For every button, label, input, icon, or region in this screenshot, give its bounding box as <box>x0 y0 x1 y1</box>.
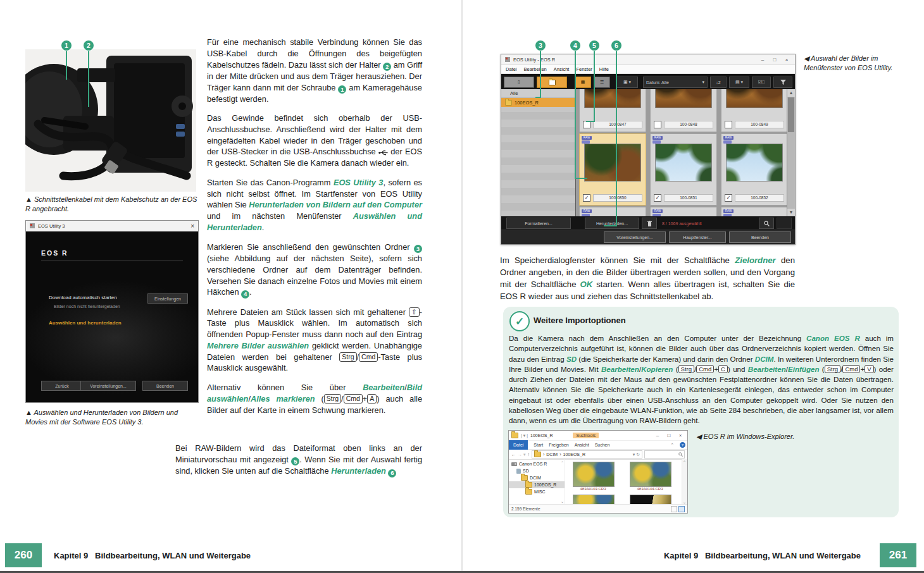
select-compare-button[interactable]: ☑□ <box>752 77 771 88</box>
item-count: 2.159 Elemente <box>511 507 540 511</box>
main-window-button[interactable]: Hauptfenster... <box>669 231 726 243</box>
scroll-down-icon[interactable]: ⌄ <box>683 500 686 504</box>
preview-mode-button[interactable]: ▣ ▾ <box>616 77 638 88</box>
thumb-row-3: RAW RAW RAW <box>579 207 788 216</box>
close-icon[interactable]: × <box>676 433 685 438</box>
scroll-thumb[interactable] <box>788 97 794 132</box>
quit-button[interactable]: Beenden <box>729 231 791 243</box>
tree-item-camera[interactable]: Canon EOS R <box>509 460 565 467</box>
thumbnail-view-icon[interactable] <box>678 506 685 512</box>
tab-freigeben[interactable]: Freigeben <box>549 443 569 447</box>
thumbnail-cell[interactable]: 100-0849 <box>721 89 788 132</box>
up-icon[interactable]: ↑ <box>527 452 530 457</box>
footer-right: Kapitel 9 Bildbearbeitung, WLAN und Weit… <box>664 551 861 560</box>
menu-hilfe[interactable]: Hilfe <box>599 66 609 72</box>
stack-button[interactable]: ▤ ▾ <box>729 77 749 88</box>
quit-button[interactable]: Beenden <box>142 381 188 391</box>
file-thumbnail[interactable] <box>573 462 615 487</box>
list-view-button[interactable]: ☰ <box>594 77 610 88</box>
tree-item-sd[interactable]: SD <box>509 467 565 474</box>
callout-line-6 <box>616 51 617 226</box>
file-thumbnail-cropped[interactable] <box>630 495 671 505</box>
crumb-folder[interactable]: 100EOS_R <box>563 452 585 457</box>
tree-item-100eosr[interactable]: 100EOS_R <box>509 481 565 488</box>
tab-suchen[interactable]: Suchen <box>595 443 610 447</box>
tree-item-misc[interactable]: MISC <box>509 488 565 495</box>
close-icon[interactable]: × <box>190 223 194 230</box>
scroll-up-icon[interactable]: ⌃ <box>683 460 686 464</box>
menu-bearbeiten[interactable]: Bearbeiten <box>524 66 547 72</box>
chevron-down-icon: ▾ <box>702 80 704 85</box>
thumbnail-cell[interactable]: RAW ✓100-0851 <box>650 133 717 206</box>
explorer-scrollbar[interactable]: ⌃⌄ <box>682 459 687 505</box>
tab-datei[interactable]: Datei <box>509 440 528 450</box>
thumbnail-cell[interactable]: 100-0847 <box>579 89 646 132</box>
file-name[interactable]: 483A0104.CR3 <box>630 487 670 491</box>
thumbnail-cell[interactable]: RAW ✓100-0852 <box>721 133 788 206</box>
tree-scroll-up-icon[interactable]: ⌃ <box>561 460 564 465</box>
tab-start[interactable]: Start <box>534 443 543 447</box>
maximize-icon[interactable]: □ <box>665 433 673 438</box>
sidebar-folder-row[interactable]: 100EOS_R <box>501 98 575 107</box>
file-name[interactable]: 483A0103.CR3 <box>573 487 613 491</box>
date-filter-select[interactable]: Datum: Alle▾ <box>643 77 708 88</box>
search-input[interactable] <box>644 450 685 459</box>
thumb-checkbox[interactable] <box>654 121 661 128</box>
thumbnail-cell-selected[interactable]: RAW ✓100-0850 <box>579 133 646 206</box>
raw-badge: RAW <box>582 209 592 216</box>
maximize-icon[interactable]: □ <box>770 57 779 63</box>
format-button[interactable]: Formatieren... <box>506 218 571 229</box>
download-button[interactable]: Herunterladen... <box>585 218 639 229</box>
search-tools-tab[interactable]: Suchtools <box>573 433 599 438</box>
callout-badge: 3 <box>414 245 422 253</box>
quickaccess-toolbar[interactable]: | ▾ | <box>521 433 528 438</box>
forward-icon[interactable]: → ▾ <box>518 452 525 457</box>
crumb-dcim[interactable]: DCIM <box>546 452 558 457</box>
back-button[interactable]: Zurück <box>41 381 83 391</box>
menu-fenster[interactable]: Fenster <box>576 66 592 72</box>
thumbnail-cell[interactable]: 100-0848 <box>650 89 717 132</box>
preferences-button[interactable]: Voreinstellungen... <box>604 231 666 243</box>
auto-download-label[interactable]: Download automatisch starten <box>49 295 117 300</box>
minimize-icon[interactable]: – <box>653 433 662 438</box>
grid-view-button[interactable]: ▦ <box>575 77 591 88</box>
select-download-link[interactable]: Auswählen und herunterladen <box>49 320 122 326</box>
trash-button[interactable] <box>642 218 657 229</box>
scroll-up-icon[interactable]: ▲ <box>787 89 795 97</box>
thumbnail-cell[interactable]: RAW <box>579 207 646 216</box>
file-thumbnail-cropped[interactable] <box>573 495 615 505</box>
thumb-checkbox-checked[interactable]: ✓ <box>583 194 590 202</box>
thumbnail-cell[interactable]: RAW <box>650 207 717 216</box>
help-icon[interactable]: ? <box>680 442 685 448</box>
paragraph: Für eine mechanisch stabile Verbindung k… <box>207 37 422 105</box>
settings-button[interactable]: Einstellungen <box>147 293 188 304</box>
highlighted-term: Kopieren <box>641 365 673 373</box>
menu-datei[interactable]: Datei <box>506 66 517 72</box>
folder-panel-button[interactable] <box>537 77 567 88</box>
menu-ansicht[interactable]: Ansicht <box>554 66 570 72</box>
thumb-checkbox[interactable] <box>725 121 732 128</box>
breadcrumb[interactable]: › DCIM › 100EOS_R ▾ ↻ <box>532 450 642 459</box>
sort-button[interactable]: ↓2 <box>710 77 727 88</box>
thumb-checkbox-checked[interactable]: ✓ <box>725 194 732 202</box>
tree-item-dcim[interactable]: DCIM <box>509 474 565 481</box>
window-titlebar: EOS Utility - EOS R – □ × <box>501 54 795 65</box>
thumb-label: 100-0849 <box>735 121 784 128</box>
thumbnail-cell[interactable]: RAW <box>721 207 788 216</box>
tree-scroll-down-icon[interactable]: ⌄ <box>561 499 564 503</box>
close-icon[interactable]: × <box>782 57 791 63</box>
tab-ansicht[interactable]: Ansicht <box>575 443 589 447</box>
sidebar-toggle-button[interactable]: ▯ <box>504 77 534 88</box>
file-thumbnail[interactable] <box>630 462 671 487</box>
filter-button[interactable] <box>773 77 792 88</box>
thumb-checkbox-checked[interactable]: ✓ <box>654 194 661 202</box>
minimize-icon[interactable]: – <box>758 57 767 63</box>
refresh-icon[interactable]: ▾ ↻ <box>633 452 640 457</box>
scroll-down-icon[interactable]: ▼ <box>787 209 795 216</box>
ribbon-collapse-icon[interactable]: ⌃ <box>670 443 674 448</box>
preferences-button[interactable]: Voreinstellungen... <box>80 381 136 391</box>
zoom-button[interactable] <box>759 218 774 229</box>
scrollbar[interactable]: ▲ ▼ <box>787 89 795 216</box>
back-icon[interactable]: ← <box>511 452 516 457</box>
list-view-icon[interactable] <box>671 506 677 512</box>
